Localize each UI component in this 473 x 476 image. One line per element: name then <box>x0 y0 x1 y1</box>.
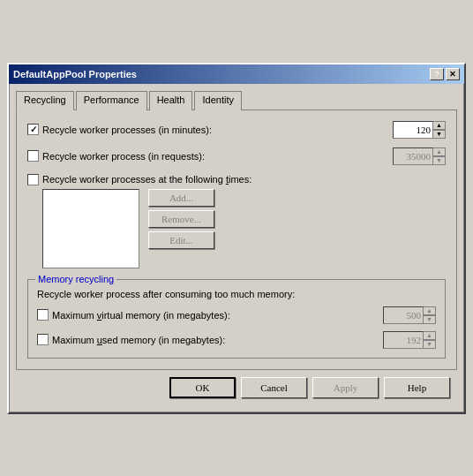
recycle-times-checkbox[interactable] <box>27 174 39 185</box>
recycle-minutes-input[interactable] <box>393 121 433 139</box>
used-memory-input[interactable] <box>383 331 424 349</box>
window-title: DefaultAppPool Properties <box>13 69 137 79</box>
dialog-window: DefaultAppPool Properties ? ✕ Recycling … <box>7 63 466 414</box>
virtual-memory-input[interactable] <box>383 306 424 324</box>
recycle-minutes-text: Recycle worker processes (in minutes): <box>42 125 212 135</box>
apply-button[interactable]: Apply <box>312 377 379 398</box>
used-memory-checkbox[interactable] <box>37 334 49 345</box>
recycle-requests-spin-buttons: ▲ ▼ <box>433 147 446 165</box>
add-button[interactable]: Add... <box>148 189 214 207</box>
used-memory-text: Maximum used memory (in megabytes): <box>52 335 225 345</box>
recycle-times-section: Add... Remove... Edit... <box>42 189 446 268</box>
edit-button[interactable]: Edit... <box>148 231 214 249</box>
title-bar: DefaultAppPool Properties ? ✕ <box>9 64 464 84</box>
recycle-times-row: Recycle worker processes at the followin… <box>27 174 446 185</box>
used-memory-spin-down[interactable]: ▼ <box>424 340 436 349</box>
recycle-minutes-checkbox[interactable] <box>27 124 39 135</box>
recycle-times-text: Recycle worker processes at the followin… <box>42 174 252 185</box>
recycle-requests-label[interactable]: Recycle worker process (in requests): <box>27 150 393 162</box>
tab-recycling[interactable]: Recycling <box>16 91 74 110</box>
recycle-requests-text: Recycle worker process (in requests): <box>42 151 205 162</box>
recycle-minutes-spinner: ▲ ▼ <box>393 121 446 139</box>
tab-performance[interactable]: Performance <box>76 91 147 110</box>
memory-desc: Recycle worker process after consuming t… <box>37 289 436 299</box>
used-memory-spin-up[interactable]: ▲ <box>424 331 436 340</box>
tab-strip: Recycling Performance Health Identity <box>16 91 457 110</box>
remove-button[interactable]: Remove... <box>148 210 214 228</box>
used-memory-row: Maximum used memory (in megabytes): ▲ ▼ <box>37 331 436 349</box>
virtual-memory-text: Maximum virtual memory (in megabytes): <box>52 310 230 321</box>
recycle-requests-input[interactable] <box>393 147 433 165</box>
virtual-memory-spin-down[interactable]: ▼ <box>424 315 436 324</box>
times-list[interactable] <box>42 189 139 268</box>
virtual-memory-spin-buttons: ▲ ▼ <box>424 306 436 324</box>
ok-button[interactable]: OK <box>169 377 236 398</box>
title-bar-buttons: ? ✕ <box>430 68 460 80</box>
memory-group-label: Memory recycling <box>35 274 116 284</box>
tab-health[interactable]: Health <box>149 91 193 110</box>
virtual-memory-checkbox[interactable] <box>37 309 49 321</box>
virtual-memory-row: Maximum virtual memory (in megabytes): ▲… <box>37 306 436 324</box>
recycle-requests-spin-up[interactable]: ▲ <box>433 147 446 156</box>
recycle-requests-spinner: ▲ ▼ <box>393 147 446 165</box>
dialog-content: Recycling Performance Health Identity Re… <box>9 84 464 412</box>
tab-content-recycling: Recycle worker processes (in minutes): ▲… <box>16 110 457 370</box>
times-buttons: Add... Remove... Edit... <box>148 189 214 268</box>
used-memory-spin-buttons: ▲ ▼ <box>424 331 436 349</box>
recycle-minutes-spin-down[interactable]: ▼ <box>433 130 446 139</box>
tab-identity[interactable]: Identity <box>194 91 241 110</box>
dialog-buttons: OK Cancel Apply Help <box>16 370 457 405</box>
recycle-minutes-row: Recycle worker processes (in minutes): ▲… <box>27 121 446 139</box>
virtual-memory-spin-up[interactable]: ▲ <box>424 306 436 315</box>
virtual-memory-label[interactable]: Maximum virtual memory (in megabytes): <box>37 309 383 321</box>
recycle-minutes-spin-buttons: ▲ ▼ <box>433 121 446 139</box>
recycle-requests-spin-down[interactable]: ▼ <box>433 156 446 165</box>
used-memory-label[interactable]: Maximum used memory (in megabytes): <box>37 334 383 345</box>
close-button[interactable]: ✕ <box>446 68 460 80</box>
cancel-button[interactable]: Cancel <box>241 377 307 398</box>
memory-recycling-group: Memory recycling Recycle worker process … <box>27 279 446 359</box>
recycle-minutes-label[interactable]: Recycle worker processes (in minutes): <box>27 124 393 135</box>
virtual-memory-spinner: ▲ ▼ <box>383 306 436 324</box>
recycle-times-label[interactable]: Recycle worker processes at the followin… <box>27 174 446 185</box>
help-button[interactable]: ? <box>430 68 444 80</box>
recycle-minutes-spin-up[interactable]: ▲ <box>433 121 446 130</box>
recycle-requests-row: Recycle worker process (in requests): ▲ … <box>27 147 446 165</box>
help-dialog-button[interactable]: Help <box>384 377 450 398</box>
used-memory-spinner: ▲ ▼ <box>383 331 436 349</box>
recycle-requests-checkbox[interactable] <box>27 150 39 162</box>
